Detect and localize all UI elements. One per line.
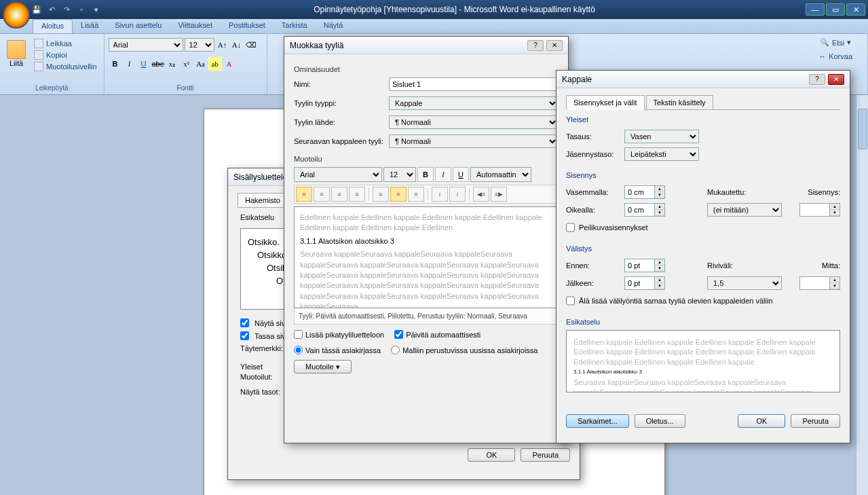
only-doc-radio[interactable]: Vain tässä asiakirjassa bbox=[294, 346, 381, 354]
line-spacing-select[interactable]: 1,5 bbox=[707, 276, 782, 290]
ok-button[interactable]: OK bbox=[738, 414, 785, 428]
following-select[interactable]: ¶ Normaali bbox=[389, 134, 559, 148]
underline-button[interactable]: U bbox=[137, 57, 151, 71]
no-space-checkbox[interactable] bbox=[566, 294, 575, 308]
maximize-button[interactable]: ▭ bbox=[826, 3, 845, 16]
style-type-select[interactable]: Kappale bbox=[389, 96, 559, 110]
align-center-icon[interactable]: ≡ bbox=[314, 187, 330, 202]
space-before-dec-icon[interactable]: ↕ bbox=[449, 187, 466, 202]
tab-references[interactable]: Viittaukset bbox=[170, 19, 221, 33]
format-painter-button[interactable]: Muotoilusivellin bbox=[31, 61, 100, 72]
format-size-select[interactable]: 12 bbox=[383, 167, 416, 182]
redo-icon[interactable]: ↷ bbox=[60, 3, 73, 16]
brush-icon bbox=[34, 62, 43, 71]
align-justify-icon[interactable]: ≡ bbox=[349, 187, 365, 202]
bold-button[interactable]: B bbox=[417, 167, 434, 182]
paragraph-dialog-title: Kappale bbox=[562, 75, 809, 84]
indent-right-spinner[interactable]: ▲▼ bbox=[624, 203, 665, 217]
style-name-input[interactable] bbox=[389, 77, 559, 91]
replace-button[interactable]: ↔ Korvaa bbox=[814, 51, 856, 62]
close-button[interactable]: ✕ bbox=[846, 3, 865, 16]
undo-icon[interactable]: ↶ bbox=[45, 3, 58, 16]
highlight-button[interactable]: ab bbox=[208, 57, 222, 71]
find-button[interactable]: 🔍 Etsi ▾ bbox=[816, 37, 855, 48]
tab-line-breaks[interactable]: Tekstin käsittely bbox=[646, 95, 713, 110]
preview-section: Esikatselu bbox=[566, 318, 840, 326]
line-spacing-15-icon[interactable]: ≡ bbox=[390, 187, 407, 202]
special-indent-select[interactable]: (ei mitään) bbox=[707, 203, 782, 217]
font-color-button[interactable]: A bbox=[223, 57, 236, 71]
tab-mailings[interactable]: Postitukset bbox=[221, 19, 273, 33]
italic-button[interactable]: I bbox=[123, 57, 136, 71]
mirror-checkbox[interactable] bbox=[566, 221, 575, 234]
office-button[interactable] bbox=[3, 1, 30, 29]
indent-dec-icon[interactable]: ◀≡ bbox=[473, 187, 489, 202]
italic-button[interactable]: I bbox=[435, 167, 451, 182]
align-right-icon[interactable]: ≡ bbox=[331, 187, 347, 202]
properties-label: Ominaisuudet bbox=[294, 61, 559, 75]
grow-font-icon[interactable]: A↑ bbox=[216, 38, 229, 52]
vertical-scrollbar[interactable] bbox=[856, 95, 868, 495]
clipboard-group: Liitä Leikkaa Kopioi Muotoilusivellin Le… bbox=[0, 34, 105, 94]
window-title: Opinnäytetyöpohja [Yhteensopivuustila] -… bbox=[103, 5, 806, 14]
space-after-spinner[interactable]: ▲▼ bbox=[624, 276, 665, 290]
paragraph-dialog-titlebar[interactable]: Kappale ? ✕ bbox=[556, 71, 850, 88]
minimize-button[interactable]: — bbox=[806, 3, 825, 16]
format-font-select[interactable]: Arial bbox=[294, 167, 382, 182]
superscript-button[interactable]: x² bbox=[180, 57, 193, 71]
line-spacing-1-icon[interactable]: ≡ bbox=[373, 187, 389, 202]
clipboard-group-title: Leikepöytä bbox=[4, 84, 100, 93]
space-before-inc-icon[interactable]: ↕ bbox=[432, 187, 448, 202]
ok-button[interactable]: OK bbox=[468, 448, 515, 462]
cancel-button[interactable]: Peruuta bbox=[791, 414, 840, 428]
underline-button[interactable]: U bbox=[453, 167, 469, 182]
add-quick-checkbox[interactable]: Lisää pikatyyliluetteloon bbox=[294, 330, 384, 339]
help-button[interactable]: ? bbox=[527, 40, 544, 51]
help-button[interactable]: ? bbox=[809, 74, 825, 85]
qat-icon[interactable]: ▫ bbox=[75, 3, 88, 16]
close-button[interactable]: ✕ bbox=[828, 74, 844, 85]
subscript-button[interactable]: x₂ bbox=[166, 57, 179, 71]
close-button[interactable]: ✕ bbox=[546, 40, 563, 51]
align-left-icon[interactable]: ≡ bbox=[296, 187, 312, 202]
tab-home[interactable]: Aloitus bbox=[33, 19, 73, 33]
auto-update-checkbox[interactable]: Päivitä automaattisesti bbox=[394, 330, 480, 339]
tab-view[interactable]: Näytä bbox=[316, 19, 352, 33]
line-spacing-2-icon[interactable]: ≡ bbox=[408, 187, 424, 202]
paste-button[interactable]: Liitä bbox=[4, 38, 29, 76]
format-color-select[interactable]: Automaattin bbox=[470, 167, 531, 182]
based-on-select[interactable]: ¶ Normaali bbox=[389, 115, 559, 129]
outline-select[interactable]: Leipäteksti bbox=[624, 147, 699, 161]
style-dialog-titlebar[interactable]: Muokkaa tyyliä ? ✕ bbox=[284, 37, 568, 54]
clear-format-icon[interactable]: ⌫ bbox=[244, 38, 258, 52]
tab-insert[interactable]: Lisää bbox=[73, 19, 107, 33]
tab-page-layout[interactable]: Sivun asettelu bbox=[107, 19, 170, 33]
tab-indents-spacing[interactable]: Sisennykset ja välit bbox=[566, 95, 645, 110]
bold-button[interactable]: B bbox=[109, 57, 122, 71]
align-pages-checkbox[interactable] bbox=[240, 331, 249, 340]
space-before-spinner[interactable]: ▲▼ bbox=[624, 259, 665, 272]
cancel-button[interactable]: Peruuta bbox=[521, 448, 570, 462]
scrollbar-thumb[interactable] bbox=[858, 109, 867, 149]
cut-button[interactable]: Leikkaa bbox=[31, 38, 100, 49]
tab-index[interactable]: Hakemisto bbox=[238, 193, 288, 207]
font-name-select[interactable]: Arial bbox=[109, 38, 183, 52]
tab-review[interactable]: Tarkista bbox=[273, 19, 316, 33]
show-pages-checkbox[interactable] bbox=[240, 318, 249, 327]
save-icon[interactable]: 💾 bbox=[30, 3, 43, 16]
alignment-select[interactable]: Vasen bbox=[624, 130, 699, 143]
change-case-button[interactable]: Aa bbox=[194, 57, 208, 71]
strike-button[interactable]: abe bbox=[151, 57, 165, 71]
copy-button[interactable]: Kopioi bbox=[31, 50, 100, 60]
indent-left-spinner[interactable]: ▲▼ bbox=[624, 185, 665, 199]
indent-by-spinner[interactable]: ▲▼ bbox=[799, 203, 840, 217]
shrink-font-icon[interactable]: A↓ bbox=[230, 38, 244, 52]
default-button[interactable]: Oletus... bbox=[635, 414, 685, 428]
qat-dropdown-icon[interactable]: ▾ bbox=[90, 3, 103, 16]
template-new-radio[interactable]: Malliin perustuvissa uusissa asiakirjois… bbox=[391, 346, 537, 354]
indent-inc-icon[interactable]: ≡▶ bbox=[491, 187, 507, 202]
font-size-select[interactable]: 12 bbox=[185, 38, 214, 52]
line-spacing-at-spinner[interactable]: ▲▼ bbox=[799, 276, 840, 290]
tabs-button[interactable]: Sarkaimet... bbox=[566, 414, 629, 428]
format-menu-button[interactable]: Muotoile ▾ bbox=[294, 360, 352, 373]
